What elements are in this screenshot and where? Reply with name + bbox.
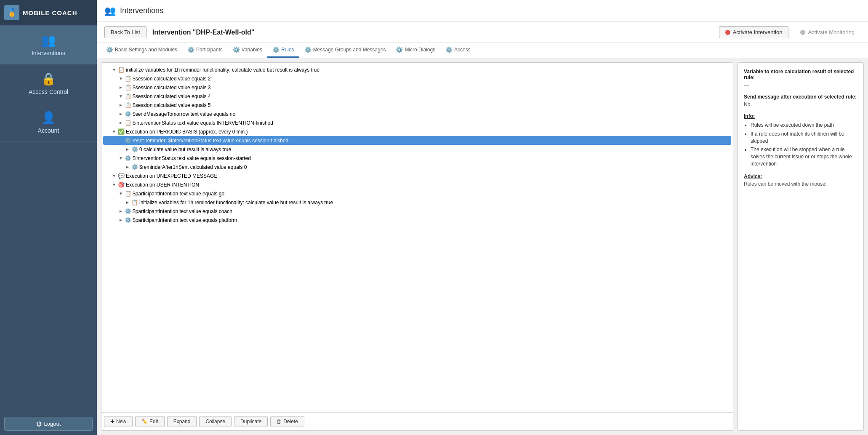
sidebar-item-access_control[interactable]: 🔒 Access Control: [0, 64, 97, 103]
arrow-r2: ▼: [118, 76, 123, 81]
item-text-r17: $participantIntention text value equals …: [133, 208, 731, 214]
activate-monitoring-button[interactable]: Activate Monitoring: [794, 27, 860, 38]
item-icon-r11: ⚙️: [125, 155, 131, 161]
edit-button[interactable]: ✏️ Edit: [135, 416, 165, 427]
info-title: Info:: [744, 113, 857, 119]
item-text-r9: reset-reminder: $interventionStatus text…: [133, 138, 731, 144]
rules-toolbar: ✚ New ✏️ Edit Expand Collapse Duplicate: [101, 412, 733, 430]
tree-item-r6[interactable]: ► ⚙️ $sendMessageTomorrow text value equ…: [103, 109, 731, 118]
info-list: Rules will be executed down the pathIf a…: [751, 122, 857, 168]
item-text-r18: $participantIntention text value equals …: [133, 217, 731, 223]
monitoring-dot-icon: [800, 30, 805, 35]
account-icon: 👤: [41, 111, 56, 125]
item-text-r10: 0 calculate value but result is always t…: [139, 147, 731, 152]
activate-monitoring-label: Activate Monitoring: [808, 29, 855, 35]
tree-item-r16[interactable]: ► 📋 initialize variables for 1h reminder…: [103, 198, 731, 207]
tree-item-r3[interactable]: ► 📋 $session calculated value equals 3: [103, 83, 731, 92]
back-to-list-button[interactable]: Back To List: [104, 26, 146, 38]
arrow-r3: ►: [118, 85, 123, 90]
item-icon-r8: ✅: [118, 128, 125, 135]
rules-tree: ▼ 📋 initialize variables for 1h reminder…: [101, 63, 733, 412]
item-text-r8: Execution on PERIODIC BASIS (approx. eve…: [126, 129, 731, 135]
item-icon-r10: ⚙️: [131, 146, 138, 152]
logout-label: Logout: [44, 421, 61, 427]
item-icon-r5: 📋: [125, 102, 131, 108]
item-text-r12: $reminderAfter1hSent calculated value eq…: [139, 164, 731, 170]
item-icon-r2: 📋: [125, 75, 131, 82]
tab-participants[interactable]: ⚙️ Participants: [182, 43, 228, 58]
arrow-r16: ►: [125, 200, 130, 205]
tree-item-r10[interactable]: ► ⚙️ 0 calculate value but result is alw…: [103, 145, 731, 154]
activate-intervention-button[interactable]: Activate Intervention: [719, 26, 789, 38]
item-icon-r3: 📋: [125, 84, 131, 91]
tree-item-r18[interactable]: ► ⚙️ $participantIntention text value eq…: [103, 216, 731, 224]
tree-item-r17[interactable]: ► ⚙️ $participantIntention text value eq…: [103, 207, 731, 216]
delete-button[interactable]: 🗑 Delete: [270, 416, 304, 427]
arrow-r14: ▼: [112, 182, 117, 187]
message_groups-tab-icon: ⚙️: [304, 46, 312, 53]
send-msg-value: No: [744, 101, 857, 107]
collapse-button[interactable]: Collapse: [199, 416, 232, 427]
arrow-r13: ▼: [112, 173, 117, 178]
item-icon-r9: ⚙️: [125, 137, 131, 144]
arrow-r15: ▼: [118, 191, 123, 196]
item-text-r14: Execution on USER INTENTION: [126, 182, 731, 188]
interventions-icon: 👥: [41, 33, 56, 47]
tab-micro_dialogs[interactable]: ⚙️ Micro Dialogs: [391, 43, 440, 58]
arrow-r5: ►: [118, 103, 123, 107]
item-text-r4: $session calculated value equals 4: [133, 93, 731, 99]
logout-button[interactable]: ⏻ Logout: [4, 417, 93, 431]
topbar-icon: 👥: [104, 5, 116, 16]
sidebar-item-interventions[interactable]: 👥 Interventions: [0, 26, 97, 64]
item-text-r16: initialize variables for 1h reminder fun…: [139, 200, 731, 205]
account-label: Account: [38, 127, 59, 134]
tree-item-r15[interactable]: ▼ 📋 $participantIntention text value equ…: [103, 189, 731, 198]
expand-button[interactable]: Expand: [167, 416, 197, 427]
item-icon-r1: 📋: [118, 67, 125, 73]
advice-title: Advice:: [744, 173, 857, 179]
tab-variables[interactable]: ⚙️ Variables: [228, 43, 267, 58]
tree-item-r2[interactable]: ▼ 📋 $session calculated value equals 2: [103, 74, 731, 83]
info-item-0: Rules will be executed down the path: [751, 122, 857, 129]
tree-item-r11[interactable]: ▼ ⚙️ $interventionStatus text value equa…: [103, 154, 731, 163]
intervention-title: Intervention "DHP-Eat-Well-old": [152, 29, 713, 36]
basic_settings-tab-icon: ⚙️: [106, 46, 113, 53]
delete-label: Delete: [283, 419, 298, 424]
new-button[interactable]: ✚ New: [104, 416, 133, 427]
tree-item-r1[interactable]: ▼ 📋 initialize variables for 1h reminder…: [103, 65, 731, 74]
tab-message_groups[interactable]: ⚙️ Message Groups and Messages: [299, 43, 391, 58]
access-tab-label: Access: [454, 47, 471, 53]
tree-item-r5[interactable]: ► 📋 $session calculated value equals 5: [103, 101, 731, 109]
delete-icon: 🗑: [277, 419, 282, 424]
participants-tab-label: Participants: [196, 47, 223, 53]
variables-tab-label: Variables: [242, 47, 262, 53]
micro_dialogs-tab-icon: ⚙️: [396, 46, 403, 53]
item-text-r7: $interventionStatus text value equals IN…: [133, 120, 731, 126]
item-icon-r6: ⚙️: [125, 111, 131, 117]
tree-item-r7[interactable]: ► 📋 $interventionStatus text value equal…: [103, 118, 731, 127]
info-item-1: If a rule does not match its children wi…: [751, 131, 857, 145]
tab-access[interactable]: ⚙️ Access: [440, 43, 476, 58]
arrow-r7: ►: [118, 120, 123, 125]
logo-text: MOBILE COACH: [23, 9, 77, 16]
logo-icon: 🏅: [4, 5, 19, 20]
sidebar-item-account[interactable]: 👤 Account: [0, 103, 97, 142]
tab-basic_settings[interactable]: ⚙️ Basic Settings and Modules: [101, 43, 182, 58]
edit-icon: ✏️: [141, 419, 148, 424]
rules-tab-label: Rules: [281, 47, 294, 53]
item-text-r15: $participantIntention text value equals …: [133, 191, 731, 197]
tree-item-r4[interactable]: ▼ 📋 $session calculated value equals 4: [103, 92, 731, 101]
tree-item-r8[interactable]: ▼ ✅ Execution on PERIODIC BASIS (approx.…: [103, 127, 731, 136]
tree-item-r14[interactable]: ▼ 🎯 Execution on USER INTENTION: [103, 180, 731, 189]
item-text-r13: Execution on UNEXPECTED MESSAGE: [126, 173, 731, 179]
tree-item-r9[interactable]: ⚙️ reset-reminder: $interventionStatus t…: [103, 136, 731, 145]
arrow-r18: ►: [118, 218, 123, 222]
duplicate-button[interactable]: Duplicate: [234, 416, 268, 427]
basic_settings-tab-label: Basic Settings and Modules: [115, 47, 177, 53]
tree-item-r12[interactable]: ► ⚙️ $reminderAfter1hSent calculated val…: [103, 163, 731, 171]
tree-item-r13[interactable]: ▼ 💬 Execution on UNEXPECTED MESSAGE: [103, 171, 731, 180]
tab-rules[interactable]: ⚙️ Rules: [267, 43, 299, 58]
variables-tab-icon: ⚙️: [233, 46, 240, 53]
item-text-r2: $session calculated value equals 2: [133, 76, 731, 82]
new-label: New: [116, 419, 126, 424]
